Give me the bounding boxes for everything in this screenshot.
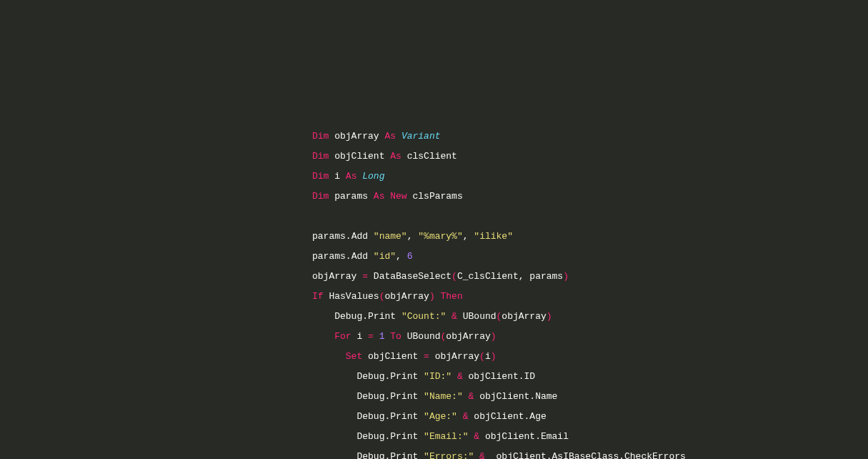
- identifier: C_clsClient: [457, 271, 519, 282]
- code-line: For i = 1 To UBound(objArray): [312, 332, 686, 342]
- code-line: Debug.Print "Count:" & UBound(objArray): [312, 312, 686, 322]
- method: Add: [351, 231, 368, 242]
- string: "id": [374, 251, 396, 262]
- keyword-dim: Dim: [312, 171, 329, 182]
- identifier: params: [312, 251, 346, 262]
- identifier: Debug: [356, 411, 384, 422]
- property: Name: [535, 391, 557, 402]
- code-line: objArray = DataBaseSelect(C_clsClient, p…: [312, 272, 686, 282]
- rparen: ): [491, 331, 497, 342]
- keyword-to: To: [390, 331, 401, 342]
- code-line-empty: [312, 212, 686, 222]
- keyword-as: As: [384, 131, 396, 142]
- property: Age: [529, 411, 546, 422]
- method: Print: [390, 431, 418, 442]
- dot: .: [519, 371, 524, 382]
- identifier: Debug: [356, 431, 384, 442]
- string: "%mary%": [418, 231, 462, 242]
- identifier: objClient: [479, 391, 529, 402]
- code-line: Debug.Print "Email:" & objClient.Email: [312, 432, 686, 442]
- string: "Name:": [424, 391, 463, 402]
- keyword-as: As: [346, 171, 357, 182]
- comma: ,: [396, 251, 401, 262]
- method: CheckErrors: [624, 451, 686, 459]
- dot: .: [535, 431, 541, 442]
- method: Print: [368, 311, 396, 322]
- code-block: Dim objArray As Variant Dim objClient As…: [312, 122, 686, 459]
- type: clsParams: [412, 191, 462, 202]
- number: 1: [379, 331, 385, 342]
- string: "Errors:": [424, 451, 474, 459]
- dot: .: [346, 251, 351, 262]
- function: UBound: [463, 311, 497, 322]
- identifier: objArray: [435, 351, 479, 362]
- rparen: ): [491, 351, 497, 362]
- dot: .: [529, 391, 535, 402]
- dot: .: [547, 451, 552, 459]
- identifier: i: [334, 171, 340, 182]
- identifier: objArray: [384, 291, 429, 302]
- rparen: ): [547, 311, 552, 322]
- identifier: Debug: [356, 451, 384, 459]
- identifier: params: [334, 191, 368, 202]
- lparen: (: [452, 271, 457, 282]
- amp: &: [457, 371, 463, 382]
- method: Print: [390, 411, 418, 422]
- method: Add: [351, 251, 368, 262]
- rparen: ): [563, 271, 569, 282]
- type: Long: [362, 171, 384, 182]
- keyword-as: As: [390, 151, 401, 162]
- code-line: params.Add "id", 6: [312, 252, 686, 262]
- type: clsClient: [407, 151, 457, 162]
- code-line: Dim objClient As clsClient: [312, 152, 686, 162]
- dot: .: [362, 311, 368, 322]
- identifier: objClient: [469, 371, 519, 382]
- equals: =: [368, 331, 374, 342]
- code-line: Debug.Print "Name:" & objClient.Name: [312, 392, 686, 402]
- identifier: params: [312, 231, 346, 242]
- string: "name": [374, 231, 407, 242]
- code-line: params.Add "name", "%mary%", "ilike": [312, 232, 686, 242]
- property: Email: [541, 431, 569, 442]
- code-line: Debug.Print "ID:" & objClient.ID: [312, 372, 686, 382]
- identifier: i: [356, 331, 362, 342]
- code-line: Set objClient = objArray(i): [312, 352, 686, 362]
- identifier: params: [529, 271, 563, 282]
- method: Print: [390, 451, 418, 459]
- keyword-dim: Dim: [312, 131, 329, 142]
- identifier: objArray: [312, 271, 356, 282]
- dot: .: [619, 451, 624, 459]
- identifier: objClient: [474, 411, 524, 422]
- identifier: objClient: [368, 351, 418, 362]
- code-line: If HasValues(objArray) Then: [312, 292, 686, 302]
- identifier: Debug: [356, 371, 384, 382]
- equals: =: [362, 271, 368, 282]
- property: ID: [524, 371, 536, 382]
- keyword-for: For: [334, 331, 351, 342]
- method: Print: [390, 391, 418, 402]
- identifier: objClient: [497, 451, 547, 459]
- keyword-then: Then: [441, 291, 463, 302]
- lparen: (: [479, 351, 485, 362]
- identifier: objArray: [502, 311, 546, 322]
- dot: .: [346, 231, 351, 242]
- string: "ID:": [424, 371, 452, 382]
- code-line: Dim objArray As Variant: [312, 132, 686, 142]
- function: UBound: [407, 331, 441, 342]
- equals: =: [424, 351, 429, 362]
- identifier: objClient: [485, 431, 535, 442]
- amp: &: [463, 411, 469, 422]
- code-line: Dim params As New clsParams: [312, 192, 686, 202]
- amp: &: [452, 311, 457, 322]
- identifier: objClient: [334, 151, 384, 162]
- string: "ilike": [474, 231, 513, 242]
- code-line: Debug.Print "Age:" & objClient.Age: [312, 412, 686, 422]
- string: "Email:": [424, 431, 468, 442]
- identifier: i: [485, 351, 491, 362]
- function: HasValues: [329, 291, 379, 302]
- amp: &: [479, 451, 485, 459]
- type: Variant: [401, 131, 441, 142]
- number: 6: [407, 251, 413, 262]
- property: AsIBaseClass: [552, 451, 619, 459]
- method: Print: [390, 371, 418, 382]
